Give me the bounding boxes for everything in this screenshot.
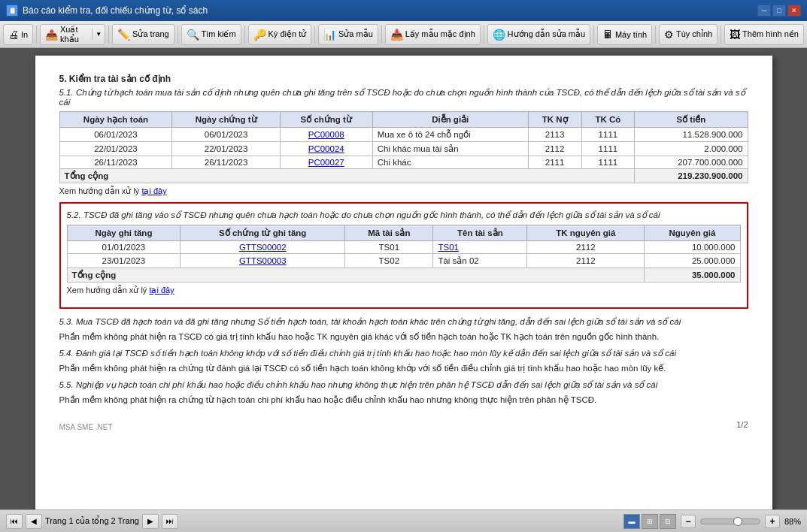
table-5-2: Ngày ghi tăng Số chứng từ ghi tăng Mã tà…: [67, 225, 741, 283]
cell-so-ct[interactable]: GTTS00002: [181, 241, 345, 254]
table-5-1: Ngày hạch toán Ngày chứng từ Số chứng từ…: [59, 111, 748, 183]
cell-so-chung-tu[interactable]: PC00027: [280, 156, 372, 169]
cell-dien-giai: Mua xe ô tô 24 chỗ ngồi: [372, 128, 528, 142]
cell-so-tien: 207.700.000.000: [635, 156, 748, 169]
minimize-button[interactable]: ─: [757, 5, 771, 17]
app-icon: 📋: [6, 5, 18, 17]
table-row: 26/11/2023 26/11/2023 PC00027 Chi khác 2…: [59, 156, 748, 169]
edit-template-icon: 📊: [323, 29, 336, 41]
separator-6: [381, 26, 382, 44]
print-label: In: [21, 30, 28, 39]
col-ten-ts: Tên tài sản: [433, 225, 527, 241]
customize-label: Tùy chỉnh: [676, 29, 712, 39]
page-info: Trang 1 của tổng 2 Trang: [45, 516, 139, 526]
export-icon: 📤: [45, 29, 58, 41]
separator-4: [244, 26, 245, 44]
nav-last-button[interactable]: ⏭: [162, 514, 178, 529]
sign-digital-button[interactable]: 🔑 Ký điện tử: [248, 24, 312, 45]
print-button[interactable]: 🖨 In: [3, 24, 33, 45]
cell-ten-ts[interactable]: TS01: [433, 241, 527, 254]
separator-3: [177, 26, 178, 44]
separator-5: [314, 26, 315, 44]
nav-first-button[interactable]: ⏮: [6, 514, 23, 529]
section54: 5.4. Đánh giá lại TSCĐ số tiền hạch toán…: [59, 348, 748, 373]
page-number: 1/2: [736, 420, 748, 431]
separator-8: [593, 26, 594, 44]
section55-title: 5.5. Nghiệp vụ hạch toán chi phí khấu ha…: [59, 379, 748, 390]
separator-2: [108, 26, 109, 44]
table-row: 06/01/2023 06/01/2023 PC00008 Mua xe ô t…: [59, 128, 748, 142]
search-button[interactable]: 🔍 Tìm kiếm: [181, 24, 241, 45]
customize-button[interactable]: ⚙ Tùy chỉnh: [659, 24, 718, 45]
export-button[interactable]: 📤 Xuất khẩu ▼: [40, 24, 105, 45]
zoom-out-button[interactable]: −: [681, 515, 696, 528]
section53-desc: Phần mềm không phát hiện ra TSCĐ có giá …: [59, 331, 748, 342]
col-tk-ng: TK nguyên giá: [527, 225, 645, 241]
print-icon: 🖨: [8, 29, 19, 41]
edit-page-button[interactable]: ✏️ Sửa trang: [112, 24, 174, 45]
window-title: Báo cáo kiểm tra, đối chiếu chứng từ, sổ…: [23, 5, 208, 16]
view-multi-icon[interactable]: ⊞: [642, 514, 658, 529]
calculator-label: Máy tính: [615, 30, 647, 39]
section52-title: 5.2. TSCĐ đã ghi tăng vào sổ TSCĐ nhưng …: [67, 210, 741, 220]
cell-dien-giai: Chi khác: [372, 156, 528, 169]
separator-7: [484, 26, 484, 44]
guide-link-1[interactable]: tại đây: [141, 186, 166, 195]
view-grid-icon[interactable]: ⊟: [660, 514, 676, 529]
search-icon: 🔍: [187, 29, 199, 41]
edit-template-button[interactable]: 📊 Sửa mẫu: [318, 24, 378, 45]
cell-ten-ts: Tài sản 02: [433, 254, 527, 268]
edit-page-icon: ✏️: [117, 29, 130, 41]
cell-tk-co: 1111: [581, 142, 635, 156]
calculator-button[interactable]: 🖩 Máy tính: [597, 24, 652, 45]
cell-ngay-hach-toan: 06/01/2023: [59, 128, 172, 142]
export-dropdown-arrow[interactable]: ▼: [92, 29, 105, 40]
edit-page-label: Sửa trang: [132, 29, 169, 39]
col-ngay-ghi-tang: Ngày ghi tăng: [67, 225, 181, 241]
guide-link-2[interactable]: tại đây: [149, 286, 174, 295]
zoom-slider[interactable]: [700, 518, 760, 524]
cell-ngay-chung-tu: 22/01/2023: [172, 142, 280, 156]
section55-desc: Phần mềm không phát hiện ra chứng từ hạc…: [59, 394, 748, 405]
zoom-in-button[interactable]: +: [765, 515, 780, 528]
cell-nguyen-gia: 25.000.000: [645, 254, 740, 268]
col-so-chung-tu: Số chứng từ: [280, 112, 372, 128]
customize-icon: ⚙: [664, 29, 674, 41]
cell-ngay-chung-tu: 06/01/2023: [172, 128, 280, 142]
close-button[interactable]: ✕: [787, 5, 801, 17]
col-ngay-chung-tu: Ngày chứng từ: [172, 112, 280, 128]
section54-title: 5.4. Đánh giá lại TSCĐ số tiền hạch toán…: [59, 348, 748, 358]
guide-button[interactable]: 🌐 Hướng dẫn sửa mẫu: [487, 24, 590, 45]
cell-so-ct[interactable]: GTTS00003: [181, 254, 345, 268]
toolbar: 🖨 In 📤 Xuất khẩu ▼ ✏️ Sửa trang 🔍 Tìm ki…: [0, 21, 807, 48]
cell-so-chung-tu[interactable]: PC00024: [280, 142, 372, 156]
get-default-button[interactable]: 📥 Lấy mẫu mặc định: [385, 24, 481, 45]
cell-so-chung-tu[interactable]: PC00008: [280, 128, 372, 142]
status-bar: ⏮ ◀ Trang 1 của tổng 2 Trang ▶ ⏭ ▬ ⊞ ⊟ −…: [0, 509, 807, 532]
col-so-tien: Số tiền: [635, 112, 748, 128]
cell-tk-no: 2112: [528, 142, 581, 156]
section5-title: 5. Kiểm tra tài sản cố định: [59, 74, 748, 84]
content-area: 5. Kiểm tra tài sản cố định 5.1. Chứng t…: [0, 48, 807, 509]
add-bg-button[interactable]: 🖼 Thêm hình nền: [724, 24, 804, 45]
separator-10: [721, 26, 721, 44]
cell-tk-co: 1111: [581, 128, 635, 142]
cell-tk-no: 2111: [528, 156, 581, 169]
total-label: Tổng cộng: [59, 169, 635, 183]
guide-label: Hướng dẫn sửa mẫu: [508, 29, 585, 39]
table-row: 22/01/2023 22/01/2023 PC00024 Chi khác m…: [59, 142, 748, 156]
col-ngay-hach-toan: Ngày hạch toán: [59, 112, 172, 128]
col-tk-co: TK Có: [581, 112, 635, 128]
view-single-icon[interactable]: ▬: [623, 514, 640, 529]
col-dien-giai: Diễn giải: [372, 112, 528, 128]
guide-icon: 🌐: [493, 29, 505, 41]
watermark: MSA SME .NET: [59, 423, 113, 431]
nav-next-button[interactable]: ▶: [142, 514, 159, 529]
maximize-button[interactable]: □: [772, 5, 786, 17]
sign-digital-label: Ký điện tử: [268, 29, 307, 39]
nav-prev-button[interactable]: ◀: [26, 514, 42, 529]
cell-ma-ts: TS02: [345, 254, 433, 268]
guide-2: Xem hướng dẫn xử lý tại đây: [67, 286, 741, 295]
cell-tk-ng: 2112: [527, 254, 645, 268]
section53: 5.3. Mua TSCĐ đã hạch toán và đã ghi tăn…: [59, 316, 748, 342]
